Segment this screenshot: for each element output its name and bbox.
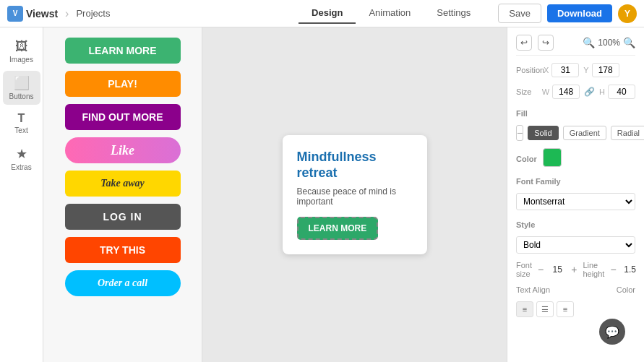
main-area: 🖼 Images ⬜ Buttons T Text ★ Extras LEARN… — [0, 27, 644, 362]
canvas-area[interactable]: Mindfullness retreat Because peace of mi… — [202, 27, 507, 362]
fill-solid-button[interactable]: Solid — [528, 126, 558, 140]
sidebar-item-buttons[interactable]: ⬜ Buttons — [3, 71, 40, 105]
breadcrumb-sep: › — [65, 7, 69, 20]
fill-row: − Solid Gradient Radial — [516, 125, 635, 141]
position-label: Position — [516, 66, 539, 74]
color-section: Color — [516, 148, 635, 167]
line-height-value: 1.5 — [622, 264, 638, 275]
sidebar-images-label: Images — [9, 56, 33, 64]
sidebar-item-text[interactable]: T Text — [3, 108, 40, 139]
buttons-icon: ⬜ — [14, 75, 30, 91]
buttons-panel: LEARN MORE PLAY! FIND OUT MORE Like Take… — [43, 27, 202, 362]
sidebar-extras-label: Extras — [11, 163, 31, 171]
chat-icon: 💬 — [605, 325, 619, 339]
btn-learn-more[interactable]: LEARN MORE — [65, 38, 181, 64]
text-align-label: Text Align — [516, 285, 574, 294]
size-row: Size W 🔗 H — [516, 85, 635, 99]
card-learn-more-button[interactable]: LEARN MORE — [297, 217, 379, 240]
app-name: Viewst — [26, 8, 58, 20]
nav-animation[interactable]: Animation — [356, 3, 424, 24]
size-h-group: H — [599, 85, 635, 99]
text-align-buttons: ≡ ☰ ≡ — [516, 301, 635, 317]
font-size-label: Font size — [516, 261, 532, 278]
size-w-input[interactable] — [552, 85, 580, 99]
nav-settings[interactable]: Settings — [424, 3, 484, 24]
font-size-row: Font size − 15 + Line height − 1.5 + — [516, 261, 635, 278]
sidebar-buttons-label: Buttons — [9, 92, 34, 100]
app-logo: V Viewst — [7, 6, 58, 22]
position-x-group: X — [544, 63, 579, 77]
line-height-decrease[interactable]: − — [610, 264, 616, 275]
btn-take-away[interactable]: Take away — [65, 171, 181, 197]
x-label: X — [544, 66, 549, 74]
style-label: Style — [516, 220, 635, 229]
logo-icon: V — [7, 6, 23, 22]
color-right-label: Color — [578, 285, 636, 294]
align-center-button[interactable]: ☰ — [536, 301, 554, 317]
btn-find-out-more[interactable]: FIND OUT MORE — [65, 104, 181, 130]
style-select[interactable]: Bold — [516, 236, 635, 254]
position-x-input[interactable] — [551, 63, 579, 77]
fill-radial-button[interactable]: Radial — [611, 126, 644, 140]
w-label: W — [542, 87, 549, 96]
text-align-row: Text Align Color — [516, 285, 635, 294]
font-size-increase[interactable]: + — [571, 264, 577, 275]
card-subtitle: Because peace of mind is important — [297, 186, 413, 207]
line-height-label: Line height — [583, 261, 604, 278]
chat-fab-button[interactable]: 💬 — [599, 319, 625, 345]
top-nav: Design Animation Settings — [299, 3, 484, 24]
avatar[interactable]: Y — [618, 4, 637, 23]
download-button[interactable]: Download — [547, 4, 612, 22]
position-y-input[interactable] — [592, 63, 619, 77]
extras-icon: ★ — [16, 146, 27, 162]
sidebar-text-label: Text — [14, 126, 27, 134]
align-left-button[interactable]: ≡ — [516, 301, 533, 317]
font-family-label: Font Family — [516, 177, 635, 186]
zoom-out-icon[interactable]: 🔍 — [583, 37, 595, 48]
redo-icon[interactable]: ↪ — [538, 35, 554, 51]
size-w-group: W — [542, 85, 580, 99]
btn-try-this[interactable]: TRY THIS — [65, 237, 181, 263]
zoom-level: 100% — [598, 38, 620, 48]
zoom-in-icon[interactable]: 🔍 — [623, 37, 635, 48]
images-icon: 🖼 — [15, 39, 28, 54]
h-label: H — [599, 87, 605, 96]
color-swatch[interactable] — [543, 148, 562, 167]
btn-like[interactable]: Like — [65, 137, 181, 163]
save-button[interactable]: Save — [498, 4, 541, 23]
panel-toolbar: ↩ ↪ 🔍 100% 🔍 — [516, 35, 635, 56]
breadcrumb-projects[interactable]: Projects — [76, 8, 110, 19]
card-title: Mindfullness retreat — [297, 150, 413, 181]
canvas-card: Mindfullness retreat Because peace of mi… — [283, 135, 427, 254]
color-section-title: Color — [516, 155, 537, 163]
btn-play[interactable]: PLAY! — [65, 71, 181, 97]
link-icon[interactable]: 🔗 — [584, 87, 595, 97]
font-size-value: 15 — [549, 264, 565, 275]
position-y-group: Y — [583, 63, 619, 77]
y-label: Y — [583, 66, 588, 74]
topbar: V Viewst › Projects Design Animation Set… — [0, 0, 644, 27]
sidebar-item-images[interactable]: 🖼 Images — [3, 35, 40, 68]
undo-icon[interactable]: ↩ — [516, 35, 532, 51]
zoom-row: 🔍 100% 🔍 — [583, 37, 635, 48]
position-row: Position X Y — [516, 63, 635, 77]
topbar-actions: Save Download Y — [498, 4, 637, 23]
sidebar-item-extras[interactable]: ★ Extras — [3, 142, 40, 176]
btn-order-call[interactable]: Order a call — [65, 270, 181, 296]
nav-design[interactable]: Design — [299, 3, 356, 24]
right-panel: ↩ ↪ 🔍 100% 🔍 Position X Y Size W — [507, 27, 644, 362]
size-h-input[interactable] — [608, 85, 635, 99]
fill-section-title: Fill — [516, 109, 635, 118]
fill-none-button[interactable]: − — [516, 125, 523, 141]
fill-gradient-button[interactable]: Gradient — [563, 126, 606, 140]
text-icon: T — [18, 112, 25, 125]
align-right-button[interactable]: ≡ — [557, 301, 574, 317]
font-size-decrease[interactable]: − — [538, 264, 544, 275]
size-label: Size — [516, 87, 538, 96]
left-sidebar: 🖼 Images ⬜ Buttons T Text ★ Extras — [0, 27, 43, 362]
font-family-select[interactable]: Montserrat — [516, 193, 635, 210]
btn-log-in[interactable]: LOG IN — [65, 204, 181, 230]
